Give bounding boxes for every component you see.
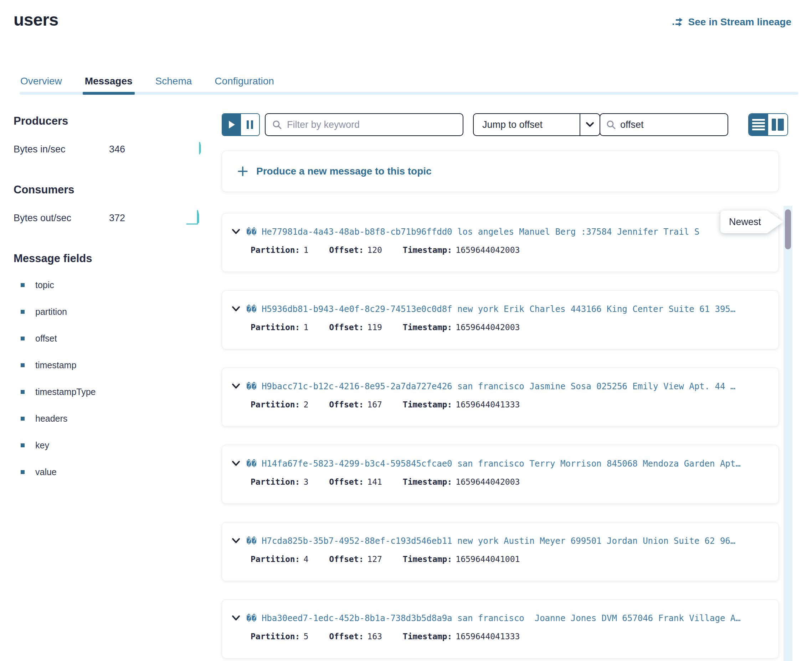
message-meta-line: Partition: 5 Offset: 163 Timestamp: 1659… bbox=[251, 632, 769, 641]
expand-chevron-icon[interactable] bbox=[231, 383, 241, 390]
field-bullet-icon bbox=[21, 337, 25, 340]
message-summary-line: �� Hba30eed7-1edc-452b-8b1a-738d3b5d8a9a… bbox=[231, 613, 769, 623]
bytes-in-label: Bytes in/sec bbox=[14, 144, 109, 155]
message-meta-line: Partition: 2 Offset: 167 Timestamp: 1659… bbox=[251, 400, 769, 409]
message-preview-text: Hba30eed7-1edc-452b-8b1a-738d3b5d8a9a sa… bbox=[262, 613, 769, 623]
message-preview-text: H5936db81-b943-4e0f-8c29-74513e0c0d8f ne… bbox=[262, 304, 769, 314]
offset-label: Offset: bbox=[329, 477, 364, 487]
message-key-glyph: �� bbox=[246, 613, 257, 623]
play-button[interactable] bbox=[223, 114, 241, 135]
tab-configuration[interactable]: Configuration bbox=[215, 75, 274, 95]
message-meta-line: Partition: 3 Offset: 141 Timestamp: 1659… bbox=[251, 477, 769, 487]
timestamp-label: Timestamp: bbox=[403, 323, 452, 332]
offset-search-input[interactable] bbox=[620, 119, 746, 130]
expand-chevron-icon[interactable] bbox=[231, 460, 241, 468]
column-view-button[interactable] bbox=[768, 114, 787, 135]
pause-button[interactable] bbox=[241, 114, 259, 135]
message-key-glyph: �� bbox=[246, 382, 257, 391]
field-bullet-icon bbox=[21, 444, 25, 447]
expand-chevron-icon[interactable] bbox=[231, 614, 241, 622]
field-bullet-icon bbox=[21, 470, 25, 474]
message-row[interactable]: �� H14fa67fe-5823-4299-b3c4-595845cfcae0… bbox=[222, 445, 779, 504]
timestamp-label: Timestamp: bbox=[403, 400, 452, 409]
produce-message-button[interactable]: Produce a new message to this topic bbox=[222, 151, 779, 192]
filter-keyword-box bbox=[265, 113, 463, 136]
newest-tooltip: Newest bbox=[721, 211, 783, 233]
timestamp-value: 1659644041001 bbox=[456, 554, 520, 564]
page-header: users See in Stream lineage bbox=[14, 10, 791, 30]
tab-messages[interactable]: Messages bbox=[85, 75, 133, 95]
message-row[interactable]: �� H7cda825b-35b7-4952-88ef-c193d546eb11… bbox=[222, 522, 779, 581]
message-fields-heading: Message fields bbox=[14, 252, 202, 265]
partition-label: Partition: bbox=[251, 400, 300, 409]
bytes-in-metric: Bytes in/sec 346 bbox=[14, 138, 202, 161]
offset-value: 167 bbox=[367, 400, 382, 409]
message-field-item[interactable]: key bbox=[14, 440, 202, 450]
offset-value: 119 bbox=[367, 323, 382, 332]
tab-bar: Overview Messages Schema Configuration bbox=[20, 75, 798, 95]
partition-value: 3 bbox=[303, 477, 308, 487]
timestamp-label: Timestamp: bbox=[403, 554, 452, 564]
jump-to-offset-label: Jump to offset bbox=[474, 114, 580, 135]
message-field-item[interactable]: timestampType bbox=[14, 387, 202, 397]
message-field-item[interactable]: timestamp bbox=[14, 360, 202, 370]
chevron-down-icon bbox=[580, 114, 599, 135]
timestamp-label: Timestamp: bbox=[403, 245, 452, 255]
tab-overview[interactable]: Overview bbox=[20, 75, 62, 95]
message-meta-line: Partition: 1 Offset: 120 Timestamp: 1659… bbox=[251, 245, 769, 255]
message-field-label: timestamp bbox=[35, 360, 76, 370]
search-icon bbox=[272, 120, 282, 129]
message-row[interactable]: �� He77981da-4a43-48ab-b8f8-cb71b96ffdd0… bbox=[222, 213, 779, 272]
expand-chevron-icon[interactable] bbox=[231, 228, 241, 236]
newest-tooltip-label: Newest bbox=[721, 211, 783, 233]
message-summary-line: �� H5936db81-b943-4e0f-8c29-74513e0c0d8f… bbox=[231, 304, 769, 314]
timestamp-value: 1659644041333 bbox=[456, 632, 520, 641]
message-field-label: timestampType bbox=[35, 387, 96, 397]
message-row[interactable]: �� Hba30eed7-1edc-452b-8b1a-738d3b5d8a9a… bbox=[222, 599, 779, 658]
partition-label: Partition: bbox=[251, 477, 300, 487]
column-view-icon bbox=[772, 118, 784, 131]
partition-value: 4 bbox=[303, 554, 308, 564]
message-row[interactable]: �� H9bacc71c-b12c-4216-8e95-2a7da727e426… bbox=[222, 367, 779, 427]
live-playpause-toggle bbox=[222, 113, 260, 136]
offset-value: 120 bbox=[367, 245, 382, 255]
partition-value: 1 bbox=[303, 245, 308, 255]
play-icon bbox=[228, 120, 235, 129]
field-bullet-icon bbox=[21, 390, 25, 394]
message-key-glyph: �� bbox=[246, 304, 257, 314]
message-field-label: topic bbox=[35, 280, 54, 290]
expand-chevron-icon[interactable] bbox=[231, 305, 241, 313]
field-bullet-icon bbox=[21, 310, 25, 314]
jump-to-offset-select[interactable]: Jump to offset bbox=[473, 113, 600, 136]
bytes-out-label: Bytes out/sec bbox=[14, 212, 109, 224]
message-preview-text: H7cda825b-35b7-4952-88ef-c193d546eb11 ne… bbox=[262, 536, 769, 546]
stream-lineage-link[interactable]: See in Stream lineage bbox=[672, 16, 791, 28]
message-meta-line: Partition: 4 Offset: 127 Timestamp: 1659… bbox=[251, 554, 769, 564]
offset-value: 141 bbox=[367, 477, 382, 487]
partition-label: Partition: bbox=[251, 632, 300, 641]
filter-keyword-input[interactable] bbox=[287, 119, 456, 130]
partition-value: 2 bbox=[303, 400, 308, 409]
list-view-button[interactable] bbox=[749, 114, 768, 135]
pause-icon bbox=[247, 120, 253, 129]
scrollbar-thumb[interactable] bbox=[785, 209, 791, 249]
message-field-label: headers bbox=[35, 414, 67, 424]
message-field-item[interactable]: offset bbox=[14, 333, 202, 344]
offset-search-box bbox=[599, 113, 728, 136]
message-field-item[interactable]: headers bbox=[14, 414, 202, 424]
tab-schema[interactable]: Schema bbox=[155, 75, 192, 95]
scrollbar-track[interactable] bbox=[783, 206, 793, 661]
expand-chevron-icon[interactable] bbox=[231, 537, 241, 545]
message-row[interactable]: �� H5936db81-b943-4e0f-8c29-74513e0c0d8f… bbox=[222, 290, 779, 350]
message-field-item[interactable]: value bbox=[14, 467, 202, 477]
bytes-out-value: 372 bbox=[109, 212, 184, 224]
message-field-item[interactable]: partition bbox=[14, 307, 202, 317]
partition-value: 5 bbox=[303, 632, 308, 641]
partition-value: 1 bbox=[303, 323, 308, 332]
message-summary-line: �� H9bacc71c-b12c-4216-8e95-2a7da727e426… bbox=[231, 382, 769, 391]
bytes-out-sparkline bbox=[186, 207, 202, 229]
message-field-item[interactable]: topic bbox=[14, 280, 202, 290]
producers-heading: Producers bbox=[14, 115, 202, 128]
message-field-label: value bbox=[35, 467, 57, 477]
bytes-in-sparkline bbox=[192, 138, 202, 161]
